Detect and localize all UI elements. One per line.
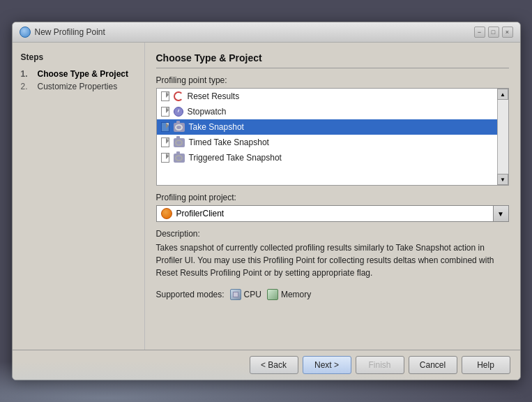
dialog-window: New Profiling Point − □ × Steps 1. Choos… xyxy=(12,22,521,380)
step-2-label: Customize Properties xyxy=(38,82,118,91)
cpu-label: CPU xyxy=(244,290,261,299)
step-1-num: 1. xyxy=(21,69,32,79)
reset-icon xyxy=(174,91,183,101)
list-inner: Reset Results Stopwatch xyxy=(157,89,508,185)
list-item-label: Triggered Take Snapshot xyxy=(189,153,504,163)
memory-label: Memory xyxy=(281,290,311,299)
supported-modes-label: Supported modes: xyxy=(156,290,225,299)
back-button[interactable]: < Back xyxy=(250,356,298,374)
list-item-label: Take Snapshot xyxy=(189,122,504,132)
camera-icon xyxy=(174,123,185,132)
sidebar-title: Steps xyxy=(21,52,136,62)
doc-icon xyxy=(161,122,169,132)
camera-icon xyxy=(174,138,185,147)
step-2: 2. Customize Properties xyxy=(21,82,136,91)
list-item-label: Stopwatch xyxy=(188,107,504,117)
step-1: 1. Choose Type & Project xyxy=(21,69,136,79)
project-value: ProfilerClient xyxy=(176,209,225,218)
panel-title: Choose Type & Project xyxy=(156,52,509,68)
minimize-button[interactable]: − xyxy=(474,27,485,38)
help-button[interactable]: Help xyxy=(462,356,510,374)
type-label: Profiling point type: xyxy=(156,75,509,85)
app-icon xyxy=(20,27,31,38)
project-label: Profiling point project: xyxy=(156,193,509,202)
window-title: New Profiling Point xyxy=(35,27,105,37)
cpu-mode: CPU xyxy=(230,289,261,300)
list-item[interactable]: Timed Take Snapshot xyxy=(157,135,508,150)
scroll-down-btn[interactable]: ▼ xyxy=(497,174,508,185)
scrollbar-track xyxy=(498,100,508,174)
memory-mode: Memory xyxy=(267,289,311,300)
list-item-selected[interactable]: Take Snapshot xyxy=(157,119,508,135)
list-item[interactable]: Reset Results xyxy=(157,89,508,104)
list-item-label: Reset Results xyxy=(188,91,504,101)
footer: < Back Next > Finish Cancel Help xyxy=(13,350,520,380)
project-dropdown-button[interactable]: ▼ xyxy=(494,205,509,222)
camera-icon xyxy=(174,154,185,163)
close-button[interactable]: × xyxy=(502,27,513,38)
cancel-button[interactable]: Cancel xyxy=(409,356,457,374)
description-text: Takes snapshot of currently collected pr… xyxy=(156,241,509,279)
list-item[interactable]: Stopwatch xyxy=(157,104,508,119)
list-item[interactable]: Triggered Take Snapshot xyxy=(157,150,508,165)
step-1-label: Choose Type & Project xyxy=(38,69,128,79)
finish-button[interactable]: Finish xyxy=(356,356,404,374)
scroll-up-btn[interactable]: ▲ xyxy=(497,89,508,100)
memory-icon xyxy=(267,289,278,300)
main-panel: Choose Type & Project Profiling point ty… xyxy=(145,43,520,350)
list-item-label: Timed Take Snapshot xyxy=(189,137,504,147)
cpu-icon xyxy=(230,289,241,300)
next-button[interactable]: Next > xyxy=(303,356,351,374)
supported-modes: Supported modes: CPU Memory xyxy=(156,289,509,300)
doc-icon xyxy=(161,107,169,117)
description-label: Description: xyxy=(156,229,509,239)
restore-button[interactable]: □ xyxy=(488,27,499,38)
doc-icon xyxy=(161,91,169,101)
doc-icon xyxy=(161,153,169,163)
project-select[interactable]: ProfilerClient xyxy=(156,205,494,222)
titlebar: New Profiling Point − □ × xyxy=(13,22,520,43)
step-2-num: 2. xyxy=(21,82,32,91)
steps-list: 1. Choose Type & Project 2. Customize Pr… xyxy=(21,69,136,91)
sidebar: Steps 1. Choose Type & Project 2. Custom… xyxy=(13,43,145,350)
list-scrollbar[interactable]: ▲ ▼ xyxy=(497,89,508,185)
titlebar-left: New Profiling Point xyxy=(20,27,105,38)
titlebar-controls: − □ × xyxy=(474,27,513,38)
project-icon xyxy=(161,208,172,219)
doc-icon xyxy=(161,137,169,147)
profiling-type-list[interactable]: Reset Results Stopwatch xyxy=(156,88,509,186)
content-area: Steps 1. Choose Type & Project 2. Custom… xyxy=(13,43,520,350)
project-row: ProfilerClient ▼ xyxy=(156,205,509,222)
stopwatch-icon xyxy=(174,107,183,117)
